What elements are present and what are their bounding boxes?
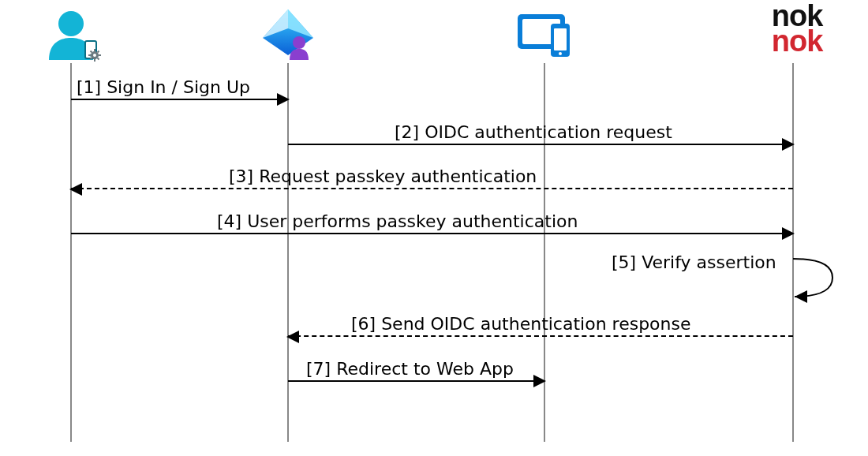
lifeline-user xyxy=(70,63,72,442)
svg-line-11 xyxy=(98,51,99,53)
msg-6-arrow xyxy=(288,335,793,337)
actor-app-devices xyxy=(513,6,576,62)
msg-6-label: [6] Send OIDC authentication response xyxy=(351,314,691,334)
svg-rect-20 xyxy=(554,28,567,50)
noknok-logo: nok nok xyxy=(758,3,836,54)
msg-7-label: [7] Redirect to Web App xyxy=(306,359,514,379)
msg-4-label: [4] User performs passkey authentication xyxy=(217,211,578,231)
msg-5-arrow xyxy=(793,252,848,306)
svg-line-9 xyxy=(98,58,99,60)
svg-point-0 xyxy=(58,11,84,36)
msg-1-arrow xyxy=(71,99,288,100)
msg-7-arrow xyxy=(288,380,544,382)
svg-line-8 xyxy=(91,51,92,53)
msg-2-label: [2] OIDC authentication request xyxy=(395,122,672,142)
msg-1-label: [1] Sign In / Sign Up xyxy=(77,77,250,97)
actor-user xyxy=(39,6,103,62)
msg-3-arrow xyxy=(71,188,793,189)
msg-2-arrow xyxy=(288,144,793,145)
msg-3-label: [3] Request passkey authentication xyxy=(229,166,537,186)
sequence-diagram: nok nok [1] Sign In / Sign Up [2] OIDC a… xyxy=(0,0,868,456)
svg-point-16 xyxy=(293,36,305,49)
msg-4-arrow xyxy=(71,233,793,234)
svg-line-10 xyxy=(91,58,92,60)
svg-marker-22 xyxy=(795,290,807,303)
actor-azure-b2c xyxy=(256,6,320,62)
msg-5-label: [5] Verify assertion xyxy=(612,252,776,272)
svg-point-12 xyxy=(93,54,96,57)
actor-noknok: nok nok xyxy=(758,3,836,58)
lifeline-b2c xyxy=(287,63,289,442)
svg-point-21 xyxy=(559,52,562,55)
